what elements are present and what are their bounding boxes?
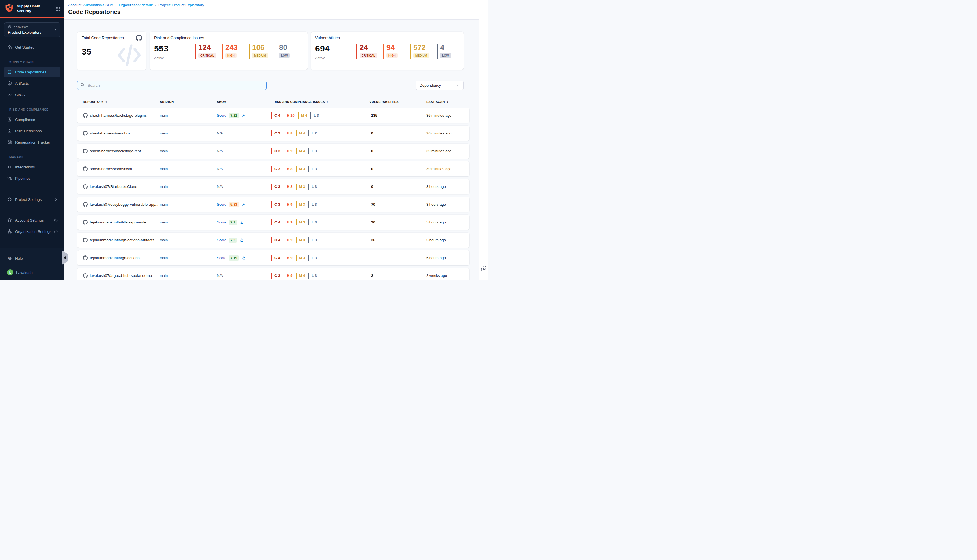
severity-chip-high: H 8: [284, 166, 292, 172]
download-sbom-icon[interactable]: [240, 220, 244, 224]
sidebar-item-get-started[interactable]: Get Started: [4, 42, 60, 53]
severity-badge: LOW: [440, 53, 451, 58]
sidebar-item-organization-settings[interactable]: Organization Settings: [4, 226, 60, 237]
repository-name: shash-harness/sandbox: [90, 131, 130, 135]
filter-value: Dependency: [419, 83, 441, 88]
severity-badge: MEDIUM: [252, 53, 268, 58]
severity-stat-critical: 124CRITICAL: [195, 44, 222, 60]
table-row[interactable]: lavakush07/StarbucksClonemainN/AC 3H 8M …: [77, 179, 469, 194]
page-header: Account: Automation-SSCA›Organization: d…: [65, 0, 479, 20]
download-sbom-icon[interactable]: [242, 113, 246, 118]
sbom-score-link[interactable]: Score: [217, 238, 226, 242]
repository-cell: shash-harness/sandbox: [83, 131, 160, 136]
breadcrumb-separator-icon: ›: [115, 3, 117, 7]
active-label: Active: [154, 56, 195, 60]
download-sbom-icon[interactable]: [242, 256, 246, 260]
sbom-score-link[interactable]: Score: [217, 113, 226, 118]
repository-name: lavakush07/easybuggy-vulnerable-app...: [90, 202, 158, 207]
app-grid-menu-icon[interactable]: [55, 6, 60, 12]
sbom-score-link[interactable]: Score: [217, 256, 226, 260]
search-input[interactable]: [87, 83, 264, 88]
sidebar-item-label: Remediation Tracker: [15, 140, 50, 144]
repository-name: tejakummarikuntla/filler-app-node: [90, 220, 147, 224]
severity-chip-medium: M 3: [296, 255, 305, 261]
breadcrumb-link-1[interactable]: Organization: default: [119, 3, 153, 7]
account-settings-icon: [7, 218, 12, 223]
risk-issues-cell: C 3H 9M 4L 3: [271, 273, 369, 279]
project-name: Product Exploratory: [8, 30, 42, 35]
sidebar-item-artifacts[interactable]: Artifacts: [4, 78, 60, 89]
severity-chip-medium: M 3: [296, 202, 305, 208]
risk-issues-cell: C 3H 8M 3L 3: [271, 183, 369, 190]
severity-count: 4: [440, 44, 451, 51]
severity-count: 106: [252, 44, 268, 51]
breadcrumb-link-2[interactable]: Project: Product Exploratory: [158, 3, 204, 7]
last-scan-cell: 5 hours ago: [426, 256, 469, 260]
severity-count: 24: [359, 44, 377, 51]
sidebar-item-rule-definitions[interactable]: Rule Definitions: [4, 125, 60, 136]
sidebar-item-compliance[interactable]: Compliance: [4, 114, 60, 125]
sidebar-item-label: CI/CD: [15, 93, 25, 97]
sidebar-nav: Get StartedSUPPLY CHAINCode Repositories…: [0, 37, 65, 184]
severity-chip-low: L 3: [311, 112, 319, 119]
column-header-repository[interactable]: REPOSITORY▲▼: [83, 100, 160, 103]
risk-issues-cell: C 4H 10M 4L 3: [271, 112, 369, 119]
github-icon: [136, 35, 142, 42]
severity-chip-critical: C 3: [271, 273, 280, 279]
supply-chain-security-logo-icon: [5, 3, 14, 14]
column-header-risk-and-compliance-issues[interactable]: RISK AND COMPLIANCE ISSUES▲▼: [274, 100, 369, 103]
column-header-last-scan[interactable]: LAST SCAN▲: [426, 100, 469, 103]
download-sbom-icon[interactable]: [242, 202, 246, 207]
breadcrumb-link-0[interactable]: Account: Automation-SSCA: [68, 3, 113, 7]
sidebar-item-code-repositories[interactable]: Code Repositories: [4, 67, 60, 77]
sidebar-item-label: Organization Settings: [15, 230, 52, 234]
active-label: Active: [315, 56, 356, 60]
table-row[interactable]: tejakummarikuntla/gh-actionsmainScore7.1…: [77, 250, 469, 265]
sort-icon: ▲▼: [326, 100, 328, 103]
column-header-vulnerabilities: VULNERABILITIES: [369, 100, 426, 103]
table-row[interactable]: lavakush07/easybuggy-vulnerable-app...ma…: [77, 197, 469, 212]
severity-chip-critical: C 4: [271, 237, 280, 243]
table-row[interactable]: lavakush07/argocd-hub-spoke-demomainN/AC…: [77, 268, 469, 280]
project-selector[interactable]: PROJECT Product Exploratory: [4, 22, 60, 37]
sbom-score-badge: 7.21: [229, 113, 239, 118]
table-row[interactable]: shash-harness/backstage-pluginsmainScore…: [77, 108, 469, 123]
sbom-score-badge: 5.83: [229, 202, 239, 207]
dependency-filter-select[interactable]: Dependency: [416, 81, 464, 90]
sidebar-item-pipelines[interactable]: Pipelines: [4, 173, 60, 183]
chevron-down-icon: [456, 83, 461, 88]
severity-chip-low: L 3: [309, 166, 317, 172]
total-repositories-card: Total Code Repositories 35: [77, 32, 146, 70]
sidebar-item-account-settings[interactable]: Account Settings: [4, 215, 60, 225]
last-scan-cell: 3 hours ago: [426, 202, 469, 207]
column-label: VULNERABILITIES: [369, 100, 399, 103]
github-icon: [83, 255, 88, 260]
table-row[interactable]: shash-harness/backstage-testmainN/AC 3H …: [77, 143, 469, 158]
user-menu[interactable]: L Lavakush: [4, 267, 60, 278]
table-row[interactable]: tejakummarikuntla/filler-app-nodemainSco…: [77, 215, 469, 230]
repository-cell: shash-harness/backstage-test: [83, 148, 160, 153]
severity-chip-critical: C 3: [271, 130, 280, 137]
severity-chip-high: H 9: [284, 202, 292, 208]
sbom-score-badge: 7.2: [229, 220, 237, 225]
branch-cell: main: [160, 220, 217, 224]
severity-chip-medium: M 3: [296, 219, 305, 225]
sidebar-item-help[interactable]: ? Help: [4, 253, 60, 263]
help-label: Help: [15, 256, 23, 260]
table-row[interactable]: shash-harness/shashwatmainN/AC 3H 8M 3L …: [77, 161, 469, 176]
column-label: REPOSITORY: [83, 100, 104, 103]
column-label: RISK AND COMPLIANCE ISSUES: [274, 100, 325, 103]
severity-bar: [410, 44, 411, 59]
table-row[interactable]: tejakummarikuntla/gh-actions-artifactsma…: [77, 233, 469, 248]
download-sbom-icon[interactable]: [240, 238, 244, 242]
support-chat-icon[interactable]: [481, 265, 488, 273]
risk-compliance-card: Risk and Compliance Issues 553 Active 12…: [150, 32, 307, 70]
table-row[interactable]: shash-harness/sandboxmainN/AC 3H 8M 4L 2…: [77, 126, 469, 141]
sidebar-item-project-settings[interactable]: Project Settings: [4, 194, 60, 205]
sbom-score-link[interactable]: Score: [217, 202, 226, 207]
sidebar-item-integrations[interactable]: Integrations: [4, 162, 60, 172]
sbom-score-link[interactable]: Score: [217, 220, 226, 224]
sidebar-item-ci-cd[interactable]: CI/CD: [4, 89, 60, 100]
sidebar-item-remediation-tracker[interactable]: Remediation Tracker: [4, 137, 60, 147]
branch-cell: main: [160, 131, 217, 135]
